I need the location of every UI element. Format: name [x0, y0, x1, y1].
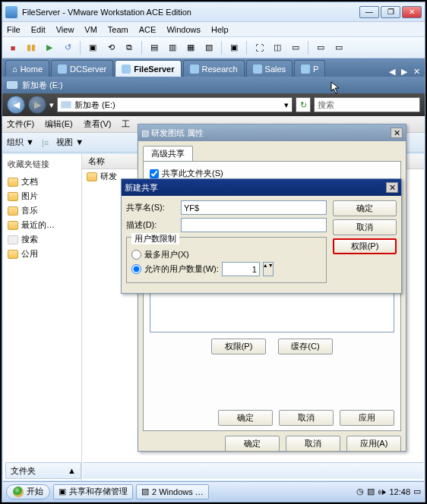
description-input[interactable] — [181, 218, 327, 232]
tool-icon-2[interactable]: ▥ — [165, 40, 180, 55]
nav-history-drop[interactable]: ▾ — [49, 100, 54, 110]
apply-button[interactable]: 应用(A) — [346, 436, 401, 452]
tray-icon[interactable]: ▧ — [367, 487, 375, 496]
column-name[interactable]: 名称 — [88, 156, 105, 167]
task-share-management[interactable]: ▣ 共享和存储管理 — [53, 484, 133, 499]
newshare-ok-button[interactable]: 确定 — [333, 200, 397, 216]
sharename-input[interactable] — [181, 200, 327, 215]
spinner-icon[interactable]: ▲▼ — [263, 262, 274, 276]
app-icon — [5, 6, 17, 18]
refresh-button[interactable]: ↻ — [296, 97, 311, 112]
sidebar-item-pictures[interactable]: 图片 — [5, 189, 80, 203]
user-count-input[interactable] — [222, 262, 260, 276]
window-icon: ▣ — [59, 487, 66, 496]
newshare-cancel-button[interactable]: 取消 — [333, 219, 397, 235]
summary-icon[interactable]: ▭ — [313, 40, 328, 55]
sidebar-item-documents[interactable]: 文档 — [5, 175, 80, 189]
tabs-prev[interactable]: ◀ — [387, 67, 397, 77]
tool-icon-4[interactable]: ▧ — [201, 40, 217, 55]
sidebar-item-label: 音乐 — [21, 205, 38, 216]
ok-button[interactable]: 确定 — [225, 436, 280, 452]
menu-file[interactable]: File — [7, 25, 21, 34]
home-icon: ⌂ — [12, 65, 17, 74]
exp-menu-view[interactable]: 查看(V) — [84, 118, 112, 130]
tray-icon[interactable]: ◷ — [356, 487, 364, 496]
close-button[interactable]: ✕ — [402, 6, 422, 18]
views-button[interactable]: 视图 ▼ — [56, 137, 84, 148]
exp-menu-tools[interactable]: 工 — [122, 118, 130, 130]
exp-menu-edit[interactable]: 编辑(E) — [45, 118, 73, 130]
menu-view[interactable]: View — [56, 25, 74, 34]
menu-ace[interactable]: ACE — [139, 25, 157, 34]
dialog-title: 研发图纸 属性 — [151, 128, 204, 139]
pause-icon[interactable]: ▮▮ — [24, 40, 39, 55]
task-windows-group[interactable]: ▧ 2 Windows … — [136, 484, 209, 499]
appliance-icon[interactable]: ▭ — [331, 40, 346, 55]
tab-p[interactable]: P — [294, 60, 325, 77]
sidebar-item-search[interactable]: 搜索 — [5, 232, 80, 247]
tab-fileserver[interactable]: FileServer — [115, 60, 181, 77]
clock[interactable]: 12:48 — [389, 487, 410, 496]
poweron-icon[interactable]: ■ — [5, 40, 21, 55]
fullscreen-icon[interactable]: ⛶ — [251, 40, 267, 55]
inner-apply-button[interactable]: 应用 — [340, 410, 394, 426]
permissions-button[interactable]: 权限(P) — [211, 339, 266, 354]
tool-icon-3[interactable]: ▦ — [183, 40, 198, 55]
console-icon[interactable]: ▭ — [288, 40, 303, 55]
back-button[interactable]: ◀ — [7, 96, 25, 114]
show-desktop[interactable]: ▭ — [413, 487, 421, 496]
sidebar-item-music[interactable]: 音乐 — [5, 203, 80, 218]
menu-windows[interactable]: Windows — [166, 25, 201, 34]
snapshot-icon[interactable]: ▣ — [85, 40, 100, 55]
folders-toggle[interactable]: 文件夹 ▲ — [5, 462, 81, 479]
menu-vm[interactable]: VM — [84, 25, 97, 34]
organize-button[interactable]: 组织 ▼ — [7, 137, 34, 148]
cache-button[interactable]: 缓存(C) — [278, 339, 333, 354]
dialog-close[interactable]: ✕ — [391, 128, 403, 138]
tab-advanced-sharing[interactable]: 高级共享 — [143, 146, 193, 161]
sidebar-item-recent[interactable]: 最近的… — [5, 218, 80, 232]
maximize-button[interactable]: ❐ — [381, 6, 400, 18]
max-users-label: 最多用户(X) — [144, 249, 189, 260]
cancel-button[interactable]: 取消 — [286, 436, 340, 452]
play-icon[interactable]: ▶ — [42, 40, 57, 55]
windows-orb-icon — [13, 487, 24, 497]
address-bar[interactable]: 新加卷 (E:) ▾ — [57, 97, 293, 112]
tab-home-label: Home — [21, 65, 43, 74]
reset-icon[interactable]: ↺ — [60, 40, 75, 55]
inner-ok-button[interactable]: 确定 — [218, 410, 273, 426]
tool-icon-1[interactable]: ▤ — [147, 40, 162, 55]
tool-icon-5[interactable]: ▣ — [226, 40, 242, 55]
allowed-users-radio[interactable] — [131, 264, 141, 274]
tabs-next[interactable]: ▶ — [399, 67, 410, 77]
search-input[interactable]: 搜索 — [314, 97, 420, 112]
max-users-radio[interactable] — [131, 250, 141, 260]
newshare-permissions-button[interactable]: 权限(P) — [333, 238, 397, 254]
tab-fileserver-label: FileServer — [134, 65, 174, 74]
menu-team[interactable]: Team — [108, 25, 128, 34]
tab-research[interactable]: Research — [183, 60, 245, 77]
tabs-close[interactable]: ✕ — [411, 67, 422, 77]
menu-edit[interactable]: Edit — [31, 25, 46, 34]
tray-icon[interactable]: 🕪 — [378, 487, 386, 496]
unity-icon[interactable]: ◫ — [270, 40, 285, 55]
folder-icon — [8, 192, 18, 201]
sidebar-item-public[interactable]: 公用 — [5, 247, 80, 261]
start-button[interactable]: 开始 — [6, 484, 50, 499]
tab-sales[interactable]: Sales — [246, 60, 293, 77]
snapshot-manager-icon[interactable]: ⧉ — [122, 40, 137, 55]
dialog-close[interactable]: ✕ — [386, 182, 398, 193]
forward-button[interactable]: ▶ — [28, 96, 46, 114]
minimize-button[interactable]: — — [359, 6, 379, 18]
inner-cancel-button[interactable]: 取消 — [279, 410, 334, 426]
menu-help[interactable]: Help — [211, 25, 229, 34]
tab-dcserver[interactable]: DCServer — [51, 60, 113, 77]
tab-home[interactable]: ⌂ Home — [5, 60, 49, 77]
exp-menu-file[interactable]: 文件(F) — [7, 118, 34, 130]
task-label: 2 Windows … — [152, 487, 204, 496]
new-share-dialog: 新建共享 ✕ 共享名(S): 描述(D): 用户数限制 — [121, 178, 402, 294]
snapshot-revert-icon[interactable]: ⟲ — [103, 40, 119, 55]
vm-icon — [301, 65, 310, 74]
address-drop[interactable]: ▾ — [284, 100, 289, 110]
share-folder-checkbox[interactable] — [150, 169, 159, 178]
